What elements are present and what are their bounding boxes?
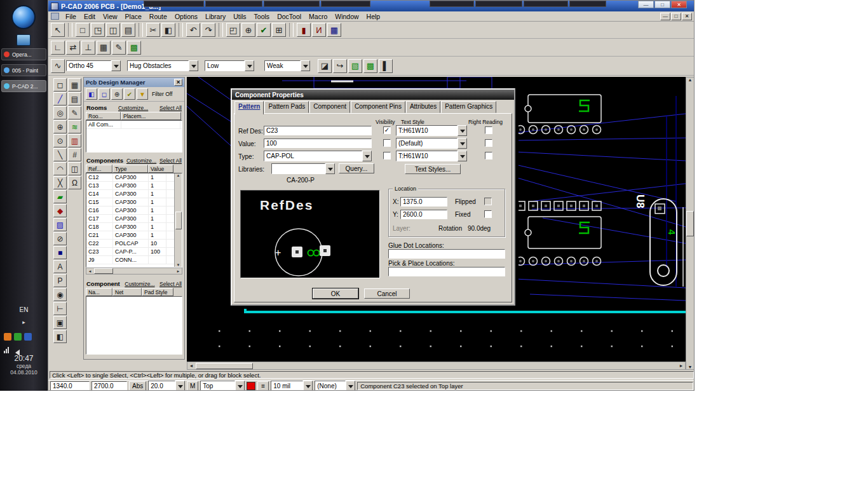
components-select-all-link[interactable]: Select All — [159, 158, 182, 164]
x-field[interactable] — [400, 197, 447, 207]
scroll-down-icon[interactable]: ▼ — [688, 365, 693, 369]
minimize-button[interactable]: — — [638, 1, 654, 8]
component-row[interactable]: C22 POLCAP 10 — [86, 240, 182, 248]
obstacle-mode-select[interactable]: Hug Obstacles — [127, 60, 198, 71]
layer-color-swatch[interactable] — [247, 382, 255, 390]
component-row[interactable]: C21 CAP300 1 — [86, 231, 182, 240]
pick-place-field[interactable] — [388, 267, 505, 276]
x-coordinate-field[interactable] — [50, 381, 90, 391]
ortho-mode-select[interactable]: Ortho 45 — [66, 60, 121, 71]
system-menu-icon[interactable] — [51, 13, 59, 20]
scrollbar-thumb[interactable] — [175, 212, 182, 229]
place-keepout-icon[interactable]: ⊘ — [53, 232, 67, 245]
length-monitor-icon[interactable]: ▩ — [363, 59, 377, 73]
background-window-fragment[interactable] — [430, 1, 474, 7]
components-scrollbar[interactable]: ▲ ▼ — [174, 173, 182, 267]
place-table-icon[interactable]: ▣ — [53, 316, 67, 329]
rooms-list[interactable]: All Com... — [86, 120, 182, 152]
record-macro-icon[interactable]: ▮ — [297, 23, 311, 37]
macro-record-button[interactable]: M — [187, 381, 198, 391]
scroll-down-icon[interactable]: ▼ — [177, 263, 180, 267]
column-header[interactable]: Ref... — [86, 165, 112, 173]
query-button[interactable]: Query... — [339, 163, 374, 173]
copy-icon[interactable]: ◧ — [161, 23, 175, 37]
fixed-checkbox[interactable] — [484, 210, 492, 218]
menu-item[interactable]: Macro — [305, 13, 331, 20]
place-component-icon[interactable]: ◻ — [53, 78, 67, 92]
background-window-fragment[interactable] — [524, 1, 568, 7]
place-text-icon[interactable]: A — [53, 260, 67, 273]
y-coordinate-field[interactable] — [92, 381, 127, 391]
place-polygon-icon[interactable]: ▰ — [53, 190, 67, 203]
dialog-tab[interactable]: Component Pins — [351, 101, 405, 113]
menu-item[interactable]: File — [62, 13, 80, 20]
redo-icon[interactable]: ↷ — [201, 23, 215, 37]
print-icon[interactable]: ▤ — [121, 23, 135, 37]
pause-icon[interactable]: ▌ — [379, 59, 393, 73]
component-row[interactable]: C18 CAP300 1 — [86, 223, 182, 231]
pins-customize-link[interactable]: Customize... — [125, 281, 154, 287]
menu-item[interactable]: Route — [146, 13, 171, 20]
grid-select[interactable]: 20.0 — [148, 381, 185, 391]
component-row[interactable]: C17 CAP300 1 — [86, 215, 182, 223]
components-customize-link[interactable]: Customize... — [126, 158, 156, 164]
edit-tool-icon[interactable]: ✎ — [68, 106, 81, 119]
measure-icon[interactable]: ⊞ — [272, 23, 286, 37]
dialog-tab[interactable]: Component — [309, 101, 350, 113]
undo-icon[interactable]: ↶ — [186, 23, 200, 37]
component-row[interactable]: C14 CAP300 1 — [86, 190, 182, 198]
place-cutout-icon[interactable]: ╳ — [53, 176, 67, 189]
pins-select-all-link[interactable]: Select All — [159, 281, 182, 287]
text-styles-button[interactable]: Text Styles... — [405, 164, 461, 174]
design-manager-titlebar[interactable]: Pcb Design Manager ✕ — [84, 78, 184, 87]
place-ref-point-icon[interactable]: ◆ — [53, 204, 67, 217]
mdi-restore-button[interactable]: □ — [671, 13, 681, 20]
place-via-icon[interactable]: ⊙ — [53, 134, 67, 147]
value-visibility-checkbox[interactable] — [383, 139, 391, 147]
glue-dot-field[interactable] — [388, 249, 505, 259]
components-list[interactable]: ▲ ▼ C12 CAP300 1 C13 CAP300 1 C14 — [86, 173, 182, 268]
taskbar-app-button[interactable]: P-CAD 2... — [1, 80, 46, 92]
editor-hscrollbar[interactable]: ◄ ► — [187, 362, 686, 370]
macro-icon[interactable]: И — [312, 23, 326, 37]
place-detail-icon[interactable]: ◧ — [53, 330, 67, 343]
menu-item[interactable]: Utils — [229, 13, 250, 20]
room-row[interactable]: All Com... — [86, 121, 182, 129]
orthogonal-mode-icon[interactable]: ∿ — [51, 59, 65, 73]
components-hscrollbar[interactable]: ◄ ► — [86, 268, 182, 274]
type-right-reading-checkbox[interactable] — [485, 152, 492, 159]
refdes-right-reading-checkbox[interactable] — [485, 126, 492, 134]
dialog-tab[interactable]: Attributes — [406, 101, 440, 113]
background-window-fragment[interactable] — [321, 1, 370, 7]
tray-expand-icon[interactable]: ▸ — [0, 319, 48, 325]
cut-icon[interactable]: ✂ — [146, 23, 160, 37]
edit-route-icon[interactable]: ◪ — [318, 59, 332, 73]
column-header[interactable]: Net — [112, 288, 142, 296]
menu-item[interactable]: DocTool — [273, 13, 305, 20]
scroll-left-icon[interactable]: ◄ — [86, 269, 93, 273]
column-header[interactable]: Na... — [86, 288, 112, 296]
type-select[interactable]: CAP-POL — [264, 151, 372, 161]
place-arc-icon[interactable]: ◠ — [53, 162, 67, 175]
route-edit-icon[interactable]: ✎ — [112, 41, 126, 55]
column-header[interactable]: Pad Style — [142, 288, 173, 296]
dm-filter-icon[interactable]: ▼ — [137, 88, 148, 100]
refdes-visibility-checkbox[interactable] — [383, 126, 391, 134]
restore-button[interactable]: □ — [654, 1, 670, 8]
background-window-fragment[interactable] — [569, 1, 606, 7]
zoom-in-icon[interactable]: ⊕ — [53, 120, 67, 133]
language-indicator[interactable]: EN — [0, 306, 48, 313]
unroute-icon[interactable]: ↪ — [333, 59, 347, 73]
rooms-select-all-link[interactable]: Select All — [159, 105, 182, 111]
tray-icon-blue[interactable] — [24, 333, 32, 341]
sheets-icon[interactable]: ▤ — [68, 92, 81, 105]
dialog-titlebar[interactable]: Component Properties — [232, 90, 514, 100]
menu-item[interactable]: Tools — [250, 13, 274, 20]
menu-item[interactable]: Place — [121, 13, 146, 20]
dialog-tab[interactable]: Pattern Graphics — [441, 101, 496, 113]
column-header[interactable]: Roo... — [86, 112, 121, 120]
route-corner-icon[interactable]: ∟ — [51, 41, 65, 55]
renumber-icon[interactable]: # — [68, 148, 81, 161]
dialog-tab[interactable]: Pattern — [234, 101, 264, 114]
line-width-select[interactable]: 10 mil — [271, 381, 313, 391]
